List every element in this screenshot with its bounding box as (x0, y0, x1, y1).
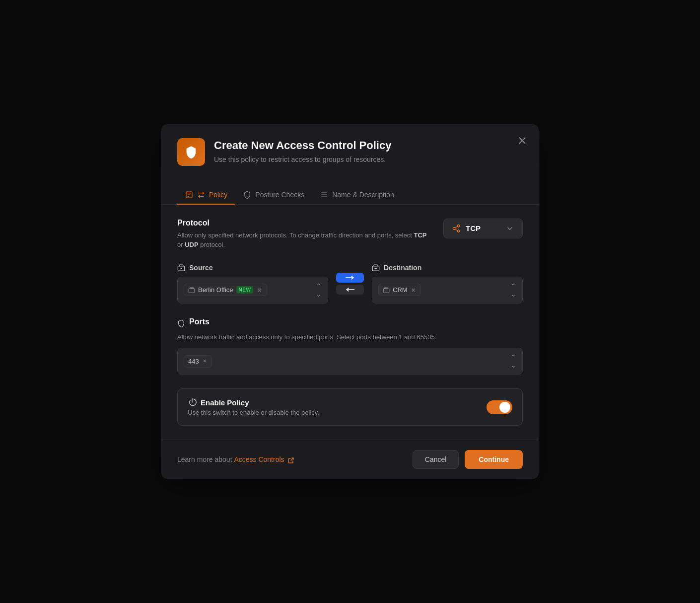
dest-tag-icon (383, 287, 390, 294)
protocol-description: Allow only specified network protocols. … (177, 230, 433, 250)
access-controls-link[interactable]: Access Controls (234, 455, 294, 463)
source-chevron-updown: ⌃⌄ (316, 282, 322, 298)
toggle-slider (487, 400, 512, 414)
svg-point-6 (457, 225, 460, 227)
source-tag-remove[interactable]: × (256, 287, 262, 294)
source-new-badge: NEW (236, 286, 254, 294)
svg-point-8 (457, 230, 460, 232)
close-button[interactable] (516, 134, 529, 147)
name-tab-icon (320, 191, 328, 199)
enable-policy-description: Use this switch to enable or disable the… (188, 409, 480, 416)
protocol-value: TCP (466, 224, 481, 232)
tab-posture-checks[interactable]: Posture Checks (235, 186, 312, 205)
power-icon (188, 398, 197, 407)
footer-actions: Cancel Continue (413, 450, 523, 469)
footer-learn-text: Learn more about Access Controls (177, 455, 294, 463)
tab-bar: Policy Posture Checks Name & Description (161, 176, 539, 205)
svg-rect-12 (189, 289, 195, 293)
destination-select[interactable]: CRM × ⌃⌄ (372, 277, 523, 303)
destination-group: Destination CRM × ⌃⌄ (372, 264, 523, 303)
source-tag-name: Berlin Office (198, 286, 233, 294)
arrow-left-icon (345, 287, 355, 292)
svg-point-7 (453, 227, 455, 230)
protocol-section: Protocol Allow only specified network pr… (177, 219, 523, 250)
svg-rect-17 (383, 289, 389, 293)
ports-shield-icon (177, 319, 185, 327)
enable-policy-title-row: Enable Policy (188, 398, 480, 407)
protocol-header-row: Protocol Allow only specified network pr… (177, 219, 523, 250)
source-tag-icon (188, 287, 195, 294)
continue-button[interactable]: Continue (465, 450, 523, 469)
modal-container: Create New Access Control Policy Use thi… (161, 124, 539, 479)
port-remove[interactable]: × (202, 358, 208, 365)
svg-line-10 (455, 226, 457, 228)
enable-policy-text: Enable Policy Use this switch to enable … (188, 398, 480, 416)
source-group: Source Berlin Office NEW × ⌃⌄ (177, 264, 328, 303)
arrows-icon (197, 191, 205, 199)
ports-header: Ports (177, 317, 523, 329)
destination-tag-remove[interactable]: × (411, 287, 417, 294)
arrow-right-button[interactable] (336, 273, 364, 283)
destination-chevron-updown: ⌃⌄ (510, 282, 516, 298)
modal-overlay: Create New Access Control Policy Use thi… (0, 0, 700, 603)
ports-section: Ports Allow network traffic and access o… (177, 317, 523, 375)
tab-policy[interactable]: Policy (177, 186, 235, 205)
modal-body: Protocol Allow only specified network pr… (161, 205, 539, 440)
close-icon (518, 136, 527, 145)
modal-subtitle: Use this policy to restrict access to gr… (214, 155, 523, 165)
source-tag: Berlin Office NEW × (184, 284, 267, 296)
ports-description: Allow network traffic and access only to… (177, 332, 523, 342)
svg-line-9 (455, 229, 457, 230)
ports-input-box[interactable]: 443 × ⌃⌄ (177, 348, 523, 375)
tab-name-label: Name & Description (332, 191, 394, 199)
protocol-text-block: Protocol Allow only specified network pr… (177, 219, 433, 250)
modal-title: Create New Access Control Policy (214, 139, 523, 152)
modal-header: Create New Access Control Policy Use thi… (161, 124, 539, 166)
shield-icon (184, 145, 198, 159)
source-dest-row: Source Berlin Office NEW × ⌃⌄ (177, 264, 523, 303)
header-text: Create New Access Control Policy Use thi… (214, 138, 523, 165)
port-tag: 443 × (184, 355, 212, 368)
destination-label: Destination (372, 264, 523, 272)
enable-policy-label: Enable Policy (201, 398, 249, 407)
destination-tag: CRM × (378, 284, 421, 296)
protocol-share-icon (452, 224, 461, 233)
modal-icon (177, 138, 205, 166)
arrow-left-button[interactable] (336, 285, 364, 295)
destination-icon (372, 264, 380, 272)
policy-tab-icon (185, 191, 193, 199)
enable-policy-box: Enable Policy Use this switch to enable … (177, 388, 523, 426)
tab-posture-label: Posture Checks (255, 191, 304, 199)
protocol-label: Protocol (177, 219, 433, 227)
destination-tag-name: CRM (393, 286, 408, 294)
ports-label: Ports (189, 317, 210, 326)
external-link-icon (288, 457, 294, 463)
cancel-button[interactable]: Cancel (413, 450, 459, 469)
protocol-chevron-icon (505, 224, 514, 233)
tab-policy-label: Policy (209, 191, 227, 199)
source-select[interactable]: Berlin Office NEW × ⌃⌄ (177, 277, 328, 303)
port-value: 443 (188, 358, 199, 365)
source-label: Source (177, 264, 328, 272)
arrow-connector (336, 273, 364, 295)
enable-policy-toggle[interactable] (487, 400, 512, 414)
posture-tab-icon (243, 191, 251, 199)
tab-name-description[interactable]: Name & Description (312, 186, 402, 205)
modal-footer: Learn more about Access Controls Cancel … (161, 440, 539, 479)
source-icon (177, 264, 185, 272)
ports-chevron-updown: ⌃⌄ (510, 353, 516, 369)
arrow-right-icon (345, 275, 355, 280)
protocol-dropdown[interactable]: TCP (443, 219, 523, 238)
